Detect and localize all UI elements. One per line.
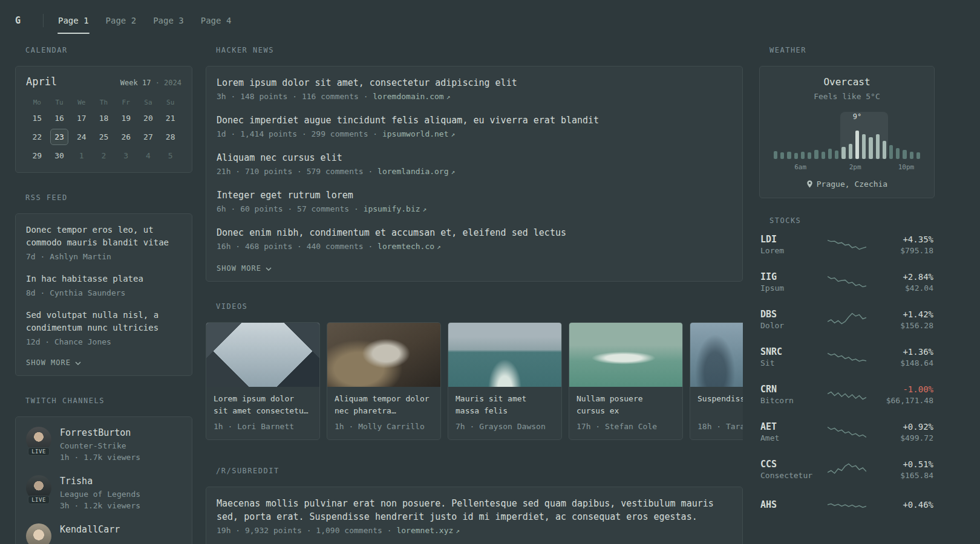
weather-bar (876, 134, 880, 159)
twitch-channel-name[interactable]: KendallCarr (60, 523, 120, 536)
calendar-day[interactable]: 30 (48, 146, 71, 165)
stock-change: +0.46% (866, 499, 933, 511)
video-card[interactable]: Aliquam tempor dolor nec pharetra…1h · M… (327, 322, 441, 440)
calendar-day[interactable]: 28 (159, 128, 181, 146)
calendar-day[interactable]: 3 (115, 146, 137, 165)
stock-row[interactable]: CCSConsectetur+0.51%$165.84 (760, 458, 933, 481)
hackernews-item-title[interactable]: Donec enim nibh, condimentum et accumsan… (217, 226, 732, 239)
calendar-day[interactable]: 4 (137, 146, 160, 165)
rss-item-title[interactable]: Sed volutpat nulla nisl, a condimentum n… (26, 309, 181, 334)
hackernews-item: Lorem ipsum dolor sit amet, consectetur … (217, 76, 732, 103)
calendar-dow-label: Sa (137, 96, 160, 109)
calendar-day[interactable]: 2 (93, 146, 115, 165)
rss-show-more-label: SHOW MORE (26, 358, 71, 367)
calendar-year: 2024 (164, 79, 181, 87)
hackernews-item-title[interactable]: Aliquam nec cursus elit (217, 151, 732, 164)
twitch-channel[interactable]: LIVETrishaLeague of Legends3h · 1.2k vie… (26, 475, 181, 511)
twitch-channel[interactable]: KendallCarr (26, 523, 181, 544)
weather-bar (828, 149, 832, 159)
subreddit-item-meta: 19h · 9,932 points · 1,090 comments · lo… (217, 525, 732, 537)
weather-chart: 9° (772, 112, 922, 159)
calendar-day-selected[interactable]: 23 (50, 129, 68, 145)
rss-show-more-button[interactable]: SHOW MORE (26, 358, 181, 367)
calendar-day[interactable]: 19 (115, 109, 137, 128)
rss-item-title[interactable]: In hac habitasse platea (26, 273, 181, 285)
calendar-day[interactable]: 5 (159, 146, 181, 165)
stock-name: Consectetur (760, 470, 828, 481)
weather-bar (903, 150, 906, 159)
video-title[interactable]: Aliquam tempor dolor nec pharetra… (335, 393, 433, 417)
calendar-day[interactable]: 21 (159, 109, 181, 128)
twitch-channel-name[interactable]: ForrestBurton (60, 427, 140, 439)
calendar-day[interactable]: 25 (93, 128, 115, 146)
calendar-dow-label: We (70, 96, 93, 109)
app-logo[interactable]: G (15, 15, 43, 26)
hackernews-show-more-button[interactable]: SHOW MORE (217, 264, 732, 273)
weather-time-label: 2pm (849, 163, 861, 171)
stock-row[interactable]: AETAmet+0.92%$499.72 (760, 421, 933, 444)
subreddit-item-domain[interactable]: loremnet.xyz (396, 526, 453, 535)
stock-change: +1.36% (866, 346, 933, 358)
external-link-icon: ↗ (456, 527, 460, 535)
video-title[interactable]: Nullam posuere cursus ex (577, 393, 675, 417)
rss-widget: Donec tempor eros leo, ut commodo mauris… (15, 213, 192, 376)
video-card[interactable]: Lorem ipsum dolor sit amet consectetu…1h… (206, 322, 320, 440)
hackernews-item-domain[interactable]: loremdomain.com (373, 92, 443, 101)
video-card[interactable]: Suspendisse diam18h · Tara (690, 322, 743, 440)
hackernews-item-domain[interactable]: ipsumify.biz (364, 204, 420, 213)
stock-row[interactable]: AHS+0.46% (760, 496, 933, 514)
calendar-day[interactable]: 29 (26, 146, 48, 165)
stock-quote: +1.42%$156.28 (866, 308, 933, 331)
calendar-day[interactable]: 16 (48, 109, 71, 128)
rss-item-title[interactable]: Donec tempor eros leo, ut commodo mauris… (26, 224, 181, 249)
calendar-day[interactable]: 20 (137, 109, 160, 128)
stock-row[interactable]: CRNBitcorn-1.00%$66,171.48 (760, 383, 933, 406)
location-pin-icon (806, 180, 813, 188)
middle-column: HACKER NEWS Lorem ipsum dolor sit amet, … (206, 46, 743, 544)
hackernews-item-title[interactable]: Donec imperdiet augue tincidunt felis al… (217, 114, 732, 127)
calendar-day[interactable]: 1 (70, 146, 93, 165)
stock-sparkline (828, 423, 866, 441)
video-card[interactable]: Nullam posuere cursus ex17h · Stefan Col… (569, 322, 683, 440)
hackernews-item-title[interactable]: Integer eget rutrum lorem (217, 189, 732, 202)
calendar-day[interactable]: 26 (115, 128, 137, 146)
video-title[interactable]: Suspendisse diam (697, 393, 743, 417)
calendar-day[interactable]: 18 (93, 109, 115, 128)
hackernews-item-title[interactable]: Lorem ipsum dolor sit amet, consectetur … (217, 76, 732, 89)
hackernews-item-domain[interactable]: loremlandia.org (377, 167, 448, 176)
hackernews-item-domain[interactable]: loremtech.co (377, 242, 434, 251)
stock-price: $795.18 (866, 245, 933, 256)
stock-id: LDILorem (760, 233, 828, 256)
stock-ticker: CRN (760, 383, 828, 395)
video-title[interactable]: Mauris sit amet massa felis (456, 393, 554, 417)
video-card-body: Aliquam tempor dolor nec pharetra…1h · M… (327, 387, 440, 439)
stock-row[interactable]: DBSDolor+1.42%$156.28 (760, 308, 933, 331)
tab-page-2[interactable]: Page 2 (105, 7, 137, 34)
weather-bar (916, 152, 920, 159)
tab-page-3[interactable]: Page 3 (152, 7, 185, 34)
calendar-day[interactable]: 15 (26, 109, 48, 128)
calendar-day[interactable]: 17 (70, 109, 93, 128)
hackernews-item-domain[interactable]: ipsumworld.net (382, 129, 449, 138)
stock-row[interactable]: IIGIpsum+2.84%$42.04 (760, 271, 933, 294)
video-title[interactable]: Lorem ipsum dolor sit amet consectetu… (214, 393, 312, 417)
weather-bar (889, 145, 893, 159)
subreddit-item-title[interactable]: Maecenas mollis pulvinar erat non posuer… (217, 497, 732, 523)
calendar-day[interactable]: 27 (137, 128, 160, 146)
calendar-day[interactable]: 24 (70, 128, 93, 146)
twitch-channel[interactable]: LIVEForrestBurtonCounter-Strike1h · 1.7k… (26, 427, 181, 463)
twitch-channel-name[interactable]: Trisha (60, 475, 140, 487)
external-link-icon: ↗ (451, 131, 456, 138)
video-card[interactable]: Mauris sit amet massa felis7h · Grayson … (448, 322, 562, 440)
tab-page-4[interactable]: Page 4 (200, 7, 232, 34)
stock-row[interactable]: SNRCSit+1.36%$148.64 (760, 346, 933, 369)
hackernews-item-meta: 1d · 1,414 points · 299 comments · ipsum… (217, 128, 732, 141)
videos-row: Lorem ipsum dolor sit amet consectetu…1h… (206, 322, 743, 440)
video-thumbnail (448, 323, 561, 387)
tab-page-1[interactable]: Page 1 (57, 7, 90, 34)
dashboard-page: G Page 1Page 2Page 3Page 4 CALENDAR Apri… (0, 0, 980, 544)
calendar-day[interactable]: 22 (26, 128, 48, 146)
stock-row[interactable]: LDILorem+4.35%$795.18 (760, 233, 933, 256)
right-column: WEATHER Overcast Feels like 5°C 9° 6am2p… (759, 46, 935, 544)
rss-item-meta: 12d · Chance Jones (26, 336, 181, 348)
